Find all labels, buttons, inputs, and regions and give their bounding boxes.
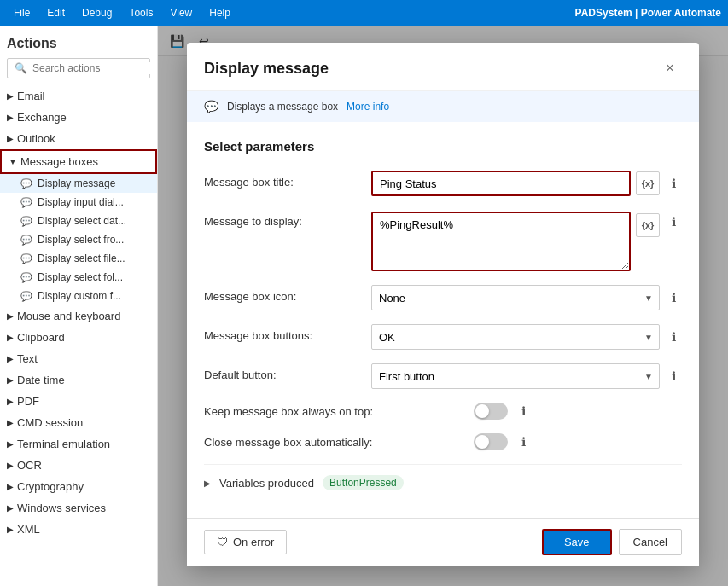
search-box[interactable]: 🔍 [7, 58, 150, 78]
sidebar-item-email[interactable]: ▶ Email [0, 85, 157, 107]
info-btn-buttons[interactable]: ℹ [665, 328, 682, 345]
message-box-icon-select[interactable]: None Information Question Warning Error [371, 285, 660, 310]
chevron-icon: ▶ [7, 418, 14, 427]
info-btn-keep-on-top[interactable]: ℹ [515, 403, 532, 420]
sidebar-item-display-select-fro[interactable]: 💬 Display select fro... [0, 230, 157, 249]
on-error-button[interactable]: 🛡 On error [204, 530, 287, 554]
toggle-label-close-auto: Close message box automatically: [204, 436, 460, 449]
message-box-buttons-select[interactable]: OK OK - Cancel Yes - No [371, 324, 660, 350]
default-button-select[interactable]: First button Second button Third button [371, 363, 660, 389]
menu-help[interactable]: Help [202, 3, 237, 22]
more-info-link[interactable]: More info [347, 101, 389, 113]
on-error-label: On error [233, 536, 274, 548]
sidebar-child-label: Display select fro... [38, 234, 124, 246]
sidebar-item-clipboard[interactable]: ▶ Clipboard [0, 327, 157, 348]
chat-icon: 💬 [20, 291, 32, 302]
sidebar-item-ocr[interactable]: ▶ OCR [0, 455, 157, 476]
form-row-message: Message to display: %PingResult% {x} ℹ [204, 210, 682, 271]
close-auto-toggle[interactable] [474, 433, 508, 450]
menu-edit[interactable]: Edit [40, 3, 72, 22]
search-input[interactable] [32, 62, 158, 74]
chevron-icon: ▶ [7, 482, 14, 491]
sidebar-child-label: Display select dat... [38, 215, 126, 227]
chevron-icon: ▶ [7, 525, 14, 534]
sidebar-item-cmd[interactable]: ▶ CMD session [0, 412, 157, 433]
menu-tools[interactable]: Tools [122, 3, 160, 22]
form-row-buttons: Message box buttons: OK OK - Cancel Yes … [204, 324, 682, 350]
sidebar-header: Actions [0, 26, 157, 58]
sidebar-item-label: Outlook [17, 132, 55, 145]
sidebar-child-label: Display select fol... [38, 271, 123, 283]
sidebar-item-label: Cryptography [17, 480, 84, 493]
modal-title: Display message [204, 60, 329, 78]
chat-icon: 💬 [20, 216, 32, 227]
field-label-buttons: Message box buttons: [204, 324, 358, 342]
info-btn-title[interactable]: ℹ [665, 175, 682, 192]
chevron-icon: ▶ [7, 354, 14, 363]
info-btn-default-btn[interactable]: ℹ [665, 368, 682, 385]
modal-header: Display message × [187, 43, 699, 91]
field-control-title: {x} ℹ [371, 171, 682, 196]
variable-insert-btn-msg[interactable]: {x} [636, 213, 660, 237]
sidebar-item-display-custom[interactable]: 💬 Display custom f... [0, 287, 157, 305]
modal-close-button[interactable]: × [658, 56, 682, 80]
variable-insert-btn[interactable]: {x} [636, 171, 660, 195]
sidebar-item-windows-services[interactable]: ▶ Windows services [0, 497, 157, 519]
sidebar-item-label: Email [17, 90, 45, 102]
modal-overlay: Display message × 💬 Displays a message b… [158, 26, 728, 586]
chevron-icon: ▶ [7, 375, 14, 385]
dialog-display-message: Display message × 💬 Displays a message b… [187, 43, 699, 566]
sidebar-item-label: PDF [17, 395, 39, 408]
sidebar-item-xml[interactable]: ▶ XML [0, 519, 157, 540]
keep-on-top-toggle[interactable] [474, 403, 508, 420]
save-button[interactable]: Save [542, 529, 612, 555]
variables-section: ▶ Variables produced ButtonPressed [204, 464, 682, 501]
sidebar-item-label: Mouse and keyboard [17, 310, 120, 322]
form-row-default-btn: Default button: First button Second butt… [204, 363, 682, 389]
sidebar-item-message-boxes[interactable]: ▼ Message boxes [0, 149, 157, 174]
sidebar-items: ▶ Email ▶ Exchange ▶ Outlook ▼ Message b… [0, 85, 157, 586]
chevron-icon: ▶ [7, 91, 14, 101]
message-to-display-input[interactable]: %PingResult% [371, 212, 631, 271]
chevron-icon: ▶ [7, 134, 14, 143]
modal-body: Select parameters Message box title: {x}… [187, 122, 699, 518]
info-icon: 💬 [204, 100, 218, 113]
toggle-label-keep-on-top: Keep message box always on top: [204, 405, 460, 418]
sidebar-item-display-select-dat[interactable]: 💬 Display select dat... [0, 212, 157, 230]
info-btn-close-auto[interactable]: ℹ [515, 433, 532, 450]
info-btn-message[interactable]: ℹ [665, 213, 682, 230]
sidebar-item-display-select-fol[interactable]: 💬 Display select fol... [0, 268, 157, 287]
sidebar-item-label: CMD session [17, 416, 83, 429]
variables-chevron-icon[interactable]: ▶ [204, 479, 211, 488]
sidebar-item-display-message[interactable]: 💬 Display message [0, 174, 157, 193]
sidebar-item-terminal[interactable]: ▶ Terminal emulation [0, 433, 157, 455]
menu-view[interactable]: View [163, 3, 199, 22]
footer-actions: Save Cancel [542, 529, 682, 555]
variables-title[interactable]: Variables produced [219, 477, 314, 490]
message-box-title-input[interactable] [371, 171, 631, 196]
sidebar-item-text[interactable]: ▶ Text [0, 348, 157, 369]
sidebar-item-label: Exchange [17, 111, 67, 124]
menu-file[interactable]: File [7, 3, 37, 22]
chevron-icon: ▶ [7, 333, 14, 342]
search-icon: 🔍 [15, 62, 27, 74]
cancel-button[interactable]: Cancel [619, 529, 682, 555]
message-boxes-children: 💬 Display message 💬 Display input dial..… [0, 174, 157, 305]
info-btn-icon[interactable]: ℹ [665, 289, 682, 306]
sidebar-item-datetime[interactable]: ▶ Date time [0, 369, 157, 391]
sidebar-item-cryptography[interactable]: ▶ Cryptography [0, 476, 157, 497]
sidebar-item-label: Terminal emulation [17, 438, 110, 450]
field-control-icon: None Information Question Warning Error … [371, 285, 682, 310]
menu-debug[interactable]: Debug [75, 3, 119, 22]
sidebar-item-pdf[interactable]: ▶ PDF [0, 391, 157, 412]
sidebar-item-display-input[interactable]: 💬 Display input dial... [0, 193, 157, 212]
field-label-icon: Message box icon: [204, 285, 358, 303]
sidebar-child-label: Display custom f... [38, 290, 121, 302]
sidebar-item-exchange[interactable]: ▶ Exchange [0, 107, 157, 128]
sidebar-item-outlook[interactable]: ▶ Outlook [0, 128, 157, 149]
chevron-icon: ▼ [9, 157, 17, 166]
content-area: 💾 ↩ Display message × 💬 Displays a messa… [158, 26, 728, 586]
chat-icon: 💬 [20, 235, 32, 246]
sidebar-item-display-select-fil[interactable]: 💬 Display select file... [0, 249, 157, 268]
sidebar-item-mouse-keyboard[interactable]: ▶ Mouse and keyboard [0, 305, 157, 327]
